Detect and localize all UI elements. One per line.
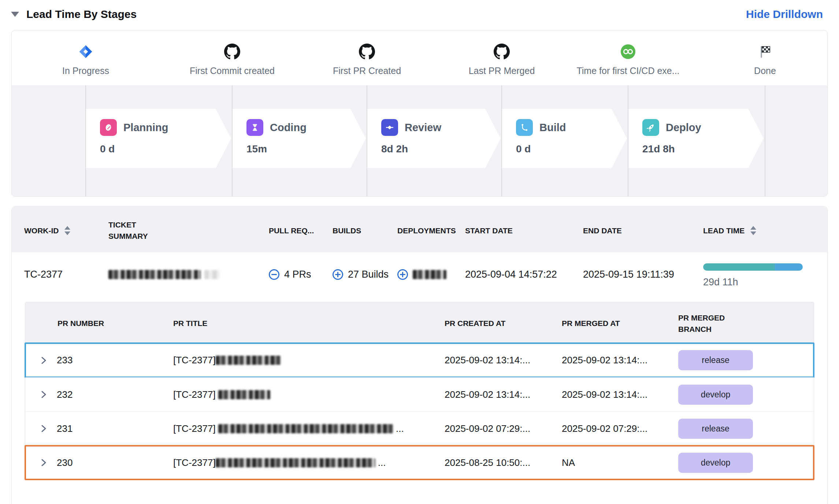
milestone-last-pr-merged: Last PR Merged: [439, 41, 564, 76]
stage-name: Planning: [123, 122, 168, 134]
plus-circle-icon[interactable]: [333, 269, 343, 280]
pr-title: [TC-2377]: [173, 389, 445, 400]
col-pr-merged: PR MERGED AT: [562, 319, 678, 328]
milestone-done: Done: [703, 41, 827, 76]
sort-work-id-button[interactable]: [64, 226, 70, 235]
milestone-first-pr: First PR Created: [305, 41, 429, 76]
stage-duration: 15m: [246, 143, 366, 155]
branch-badge: develop: [678, 453, 753, 473]
expand-chevron-icon[interactable]: [41, 356, 47, 365]
pr-table-header-row: PR NUMBER PR TITLE PR CREATED AT PR MERG…: [25, 302, 814, 343]
col-lead-time: LEAD TIME: [703, 226, 745, 235]
pr-merged-at: 2025-09-02 13:14:...: [562, 355, 678, 366]
col-builds: BUILDS: [333, 226, 397, 235]
work-item-row: TC-2377 4 PRs 27 Builds 2025-09-04 14:57…: [12, 252, 827, 296]
branch-badge: release: [678, 419, 753, 439]
page-title: Lead Time By Stages: [26, 8, 137, 21]
stage-divider: [232, 85, 233, 196]
builds-count: 27 Builds: [348, 269, 389, 280]
cicd-icon: [620, 44, 636, 59]
lead-time-stages-panel: In Progress First Commit created First P…: [11, 30, 828, 197]
stage-deploy: Deploy 21d 8h: [628, 109, 764, 168]
col-start-date: START DATE: [465, 226, 583, 235]
milestone-label: First PR Created: [305, 66, 429, 76]
pr-created-at: 2025-09-02 07:29:...: [445, 423, 562, 434]
sort-lead-time-button[interactable]: [750, 226, 756, 235]
pr-created-at: 2025-09-02 13:14:...: [445, 355, 562, 366]
drilldown-header: Lead Time By Stages Hide Drilldown: [0, 0, 839, 30]
col-pr-created: PR CREATED AT: [445, 319, 562, 328]
milestone-label: Time for first CI/CD exe...: [566, 66, 690, 76]
work-id-value: TC-2377: [12, 269, 108, 280]
pr-row-232[interactable]: 232 [TC-2377] 2025-09-02 13:14:... 2025-…: [25, 377, 814, 411]
pr-number: 232: [57, 389, 73, 400]
checkered-flag-icon: [758, 44, 772, 59]
pr-number: 230: [57, 457, 73, 468]
milestone-in-progress: In Progress: [23, 41, 148, 76]
planning-icon: [100, 119, 117, 136]
col-pr-number: PR NUMBER: [25, 319, 173, 328]
pr-created-at: 2025-09-02 13:14:...: [445, 389, 562, 400]
lead-time-cell: 29d 11h: [703, 261, 827, 288]
plus-circle-icon[interactable]: [397, 269, 408, 280]
pr-number: 233: [57, 355, 73, 366]
stage-review: Review 8d 2h: [367, 109, 501, 168]
pr-merged-at: 2025-09-02 07:29:...: [562, 423, 678, 434]
minus-circle-icon[interactable]: [269, 269, 279, 280]
pr-number: 231: [57, 423, 73, 434]
stage-divider: [765, 85, 765, 196]
lead-time-bar-teal-segment: [703, 263, 775, 271]
github-icon: [224, 44, 240, 60]
col-ticket-summary: TICKET SUMMARY: [108, 219, 171, 242]
jira-status-icon: [78, 44, 93, 59]
stage-name: Review: [405, 122, 441, 134]
milestone-cicd: Time for first CI/CD exe...: [566, 41, 690, 76]
branch-curve-icon: [516, 119, 533, 136]
end-date-value: 2025-09-15 19:11:39: [583, 269, 703, 280]
start-date-value: 2025-09-04 14:57:22: [465, 269, 583, 280]
stage-divider: [367, 85, 367, 196]
stage-divider: [628, 85, 628, 196]
pr-title: [TC-2377] ...: [173, 423, 445, 434]
branch-badge: develop: [678, 385, 753, 405]
milestone-label: First Commit created: [170, 66, 294, 76]
stage-duration: 8d 2h: [381, 143, 501, 155]
expand-chevron-icon[interactable]: [41, 458, 47, 467]
branch-badge: release: [678, 350, 753, 370]
pull-requests-count: 4 PRs: [284, 269, 311, 280]
stage-coding: Coding 15m: [233, 109, 366, 168]
pr-drilldown-table: PR NUMBER PR TITLE PR CREATED AT PR MERG…: [25, 302, 814, 480]
stage-build: Build 0 d: [502, 109, 627, 168]
stage-duration: 0 d: [100, 143, 231, 155]
hourglass-icon: [246, 119, 263, 136]
github-icon: [494, 44, 510, 60]
deployments-expander[interactable]: [397, 269, 465, 280]
pr-row-230[interactable]: 230 [TC-2377] ... 2025-08-25 10:50:... N…: [25, 445, 814, 479]
pr-title: [TC-2377] ...: [173, 457, 445, 468]
github-icon: [359, 44, 375, 60]
pr-row-233[interactable]: 233 [TC-2377] 2025-09-02 13:14:... 2025-…: [25, 343, 814, 377]
expand-chevron-icon[interactable]: [41, 424, 47, 433]
work-items-table: WORK-ID TICKET SUMMARY PULL REQ... BUILD…: [11, 206, 828, 504]
milestone-label: Last PR Merged: [439, 66, 564, 76]
collapse-triangle-icon[interactable]: [11, 12, 19, 17]
pull-requests-expander[interactable]: 4 PRs: [269, 269, 333, 280]
builds-expander[interactable]: 27 Builds: [333, 269, 397, 280]
lead-time-bar: [703, 263, 803, 271]
lead-time-bar-blue-segment: [775, 263, 803, 271]
pr-row-231[interactable]: 231 [TC-2377] ... 2025-09-02 07:29:... 2…: [25, 411, 814, 445]
col-pr-title: PR TITLE: [173, 319, 445, 328]
stage-planning: Planning 0 d: [86, 109, 231, 168]
stage-divider: [501, 85, 502, 196]
pr-created-at: 2025-08-25 10:50:...: [445, 457, 562, 468]
milestone-first-commit: First Commit created: [170, 41, 294, 76]
expand-chevron-icon[interactable]: [41, 390, 47, 399]
hide-drilldown-link[interactable]: Hide Drilldown: [746, 8, 823, 21]
lead-time-value: 29d 11h: [703, 277, 827, 288]
pr-merged-at: NA: [562, 457, 678, 468]
col-work-id: WORK-ID: [24, 226, 59, 235]
ticket-summary-redacted: [108, 269, 269, 280]
stage-name: Deploy: [666, 122, 701, 134]
milestone-label: In Progress: [23, 66, 148, 76]
milestone-label: Done: [703, 66, 827, 76]
